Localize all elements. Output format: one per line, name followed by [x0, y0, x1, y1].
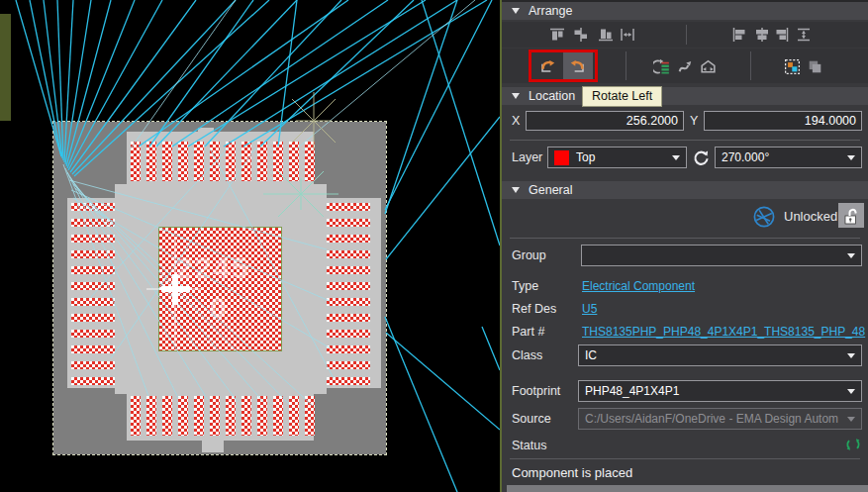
matrix-place-button[interactable]: [780, 54, 804, 78]
pad[interactable]: [289, 142, 299, 181]
pad[interactable]: [71, 314, 115, 322]
rotate-buttons-highlight: [529, 49, 598, 82]
pad[interactable]: [327, 250, 370, 258]
type-link[interactable]: Electrical Component: [582, 279, 695, 293]
pad[interactable]: [327, 314, 370, 322]
pad[interactable]: [71, 250, 115, 258]
section-header-general[interactable]: General: [502, 181, 868, 199]
pad[interactable]: [273, 142, 283, 181]
pad[interactable]: [71, 203, 115, 211]
group-dropdown[interactable]: [581, 245, 862, 266]
status-message: Component is placed: [512, 465, 632, 480]
pad[interactable]: [327, 330, 370, 338]
layer-label: Layer: [512, 150, 542, 164]
horizontal-scrollbar[interactable]: [507, 485, 868, 492]
pad[interactable]: [71, 282, 115, 290]
pad[interactable]: [131, 142, 141, 181]
distribute-horizontal-button[interactable]: [616, 23, 639, 47]
update-footprint-button[interactable]: [650, 54, 674, 78]
pad[interactable]: [71, 345, 115, 353]
board-edge-fragment: [0, 14, 13, 121]
pad[interactable]: [178, 396, 188, 436]
section-header-location[interactable]: Location: [502, 87, 868, 105]
pad[interactable]: [178, 142, 188, 181]
footprint-label: Footprint: [512, 384, 560, 398]
separator: [510, 140, 860, 141]
pad[interactable]: [162, 396, 172, 436]
refresh-status-button[interactable]: [842, 434, 864, 455]
toolbar-divider: [626, 51, 627, 80]
pad[interactable]: [131, 396, 141, 436]
pad[interactable]: [226, 396, 236, 436]
pad[interactable]: [289, 396, 299, 436]
pad[interactable]: [162, 142, 172, 181]
pad[interactable]: [327, 219, 370, 227]
source-label: Source: [512, 412, 551, 426]
pad[interactable]: [327, 266, 370, 274]
swap-components-button[interactable]: [673, 54, 697, 78]
pad[interactable]: [273, 396, 283, 436]
align-top-button[interactable]: [545, 23, 569, 47]
pad[interactable]: [327, 377, 370, 385]
align-left-button[interactable]: [727, 23, 751, 47]
pad[interactable]: [71, 235, 115, 243]
distribute-vertical-button[interactable]: [792, 23, 816, 47]
lock-toggle-button[interactable]: [838, 203, 864, 228]
pad[interactable]: [327, 345, 370, 353]
pad[interactable]: [305, 142, 315, 181]
pad[interactable]: [71, 330, 115, 338]
pcb-view[interactable]: 2245 0: [0, 0, 500, 492]
pad[interactable]: [327, 282, 370, 290]
mirror-button[interactable]: [696, 54, 720, 78]
thermal-pad[interactable]: [158, 227, 282, 351]
component-label-text: 0: [210, 293, 229, 323]
pad[interactable]: [71, 361, 115, 369]
part-number-link[interactable]: THS8135PHP_PHP48_4P1X4P1_THS8135_PHP_48: [582, 325, 865, 339]
tooltip: Rotate Left: [582, 86, 662, 107]
y-coordinate-input[interactable]: 194.0000: [704, 111, 862, 131]
pad[interactable]: [327, 235, 370, 243]
pad[interactable]: [257, 396, 267, 436]
component-label-text: 2245: [176, 253, 250, 283]
dropdown-arrow-icon: [847, 253, 855, 258]
part-number-label: Part #: [512, 325, 544, 339]
pad[interactable]: [327, 203, 370, 211]
pad[interactable]: [241, 142, 251, 181]
pad[interactable]: [210, 142, 220, 181]
pad[interactable]: [257, 142, 267, 181]
pad[interactable]: [210, 396, 220, 436]
group-label: Group: [512, 248, 546, 262]
pad[interactable]: [146, 396, 156, 436]
pad[interactable]: [241, 396, 251, 436]
pad[interactable]: [71, 298, 115, 306]
layer-dropdown[interactable]: Top: [547, 147, 687, 168]
pad[interactable]: [71, 377, 115, 385]
rotation-dropdown[interactable]: 270.000°: [715, 147, 862, 168]
pad[interactable]: [194, 396, 204, 436]
refdes-link[interactable]: U5: [582, 302, 597, 316]
section-title: Arrange: [529, 4, 572, 18]
pad[interactable]: [146, 142, 156, 181]
type-label: Type: [512, 279, 538, 293]
properties-panel: Arrange: [502, 0, 868, 492]
pad[interactable]: [327, 361, 370, 369]
x-coordinate-input[interactable]: 256.2000: [526, 111, 684, 131]
component-u5[interactable]: 2245 0: [53, 122, 386, 454]
align-right-button[interactable]: [770, 23, 794, 47]
align-middle-button[interactable]: [569, 23, 593, 47]
pad[interactable]: [71, 266, 115, 274]
class-dropdown[interactable]: IC: [578, 344, 862, 366]
collapse-arrow-icon: [512, 187, 520, 193]
unplace-button[interactable]: [803, 54, 826, 78]
footprint-dropdown[interactable]: PHP48_4P1X4P1: [578, 380, 862, 402]
align-bottom-button[interactable]: [594, 23, 618, 47]
pad[interactable]: [194, 142, 204, 181]
arrange-toolbar-row1: [502, 22, 868, 48]
pad[interactable]: [226, 142, 236, 181]
section-title: Location: [529, 89, 575, 103]
section-header-arrange[interactable]: Arrange: [502, 2, 868, 20]
collapse-arrow-icon: [512, 93, 520, 99]
pad[interactable]: [305, 396, 315, 436]
pad[interactable]: [71, 219, 115, 227]
pad[interactable]: [327, 298, 370, 306]
